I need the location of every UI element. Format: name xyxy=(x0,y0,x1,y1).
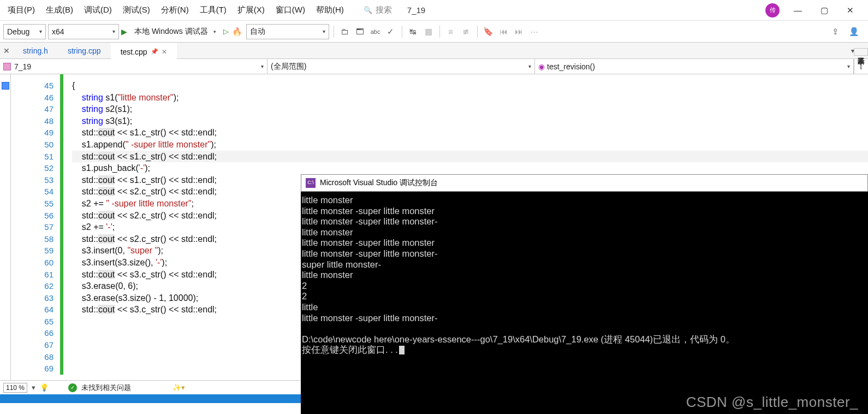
left-margin xyxy=(0,74,11,380)
next-bookmark-icon: ⏭ xyxy=(513,25,526,38)
toolbar-icon-2[interactable]: 🗔 xyxy=(354,25,367,38)
menu-window[interactable]: 窗口(W) xyxy=(270,3,311,17)
watermark: CSDN @s_little_monster_ xyxy=(686,394,858,411)
tab-string-cpp[interactable]: string.cpp xyxy=(58,43,111,58)
toolbar-icon-5[interactable]: ↹ xyxy=(407,25,420,38)
split-editor-icon[interactable]: ⫿ xyxy=(854,59,868,74)
cleanup-icon[interactable]: ✨▾ xyxy=(173,383,185,392)
share-icon[interactable]: ⇪ xyxy=(829,25,842,38)
avatar[interactable]: 传 xyxy=(765,3,780,17)
issues-text: 未找到相关问题 xyxy=(81,383,131,393)
line-numbers: 4546474849505152535455565758596061626364… xyxy=(11,74,60,380)
nav-project-dropdown[interactable]: 7_19 xyxy=(0,59,267,74)
platform-dropdown[interactable]: x64 xyxy=(48,24,119,39)
uncomment-icon: ≢ xyxy=(460,25,473,38)
toolbar-icon-3[interactable]: abc xyxy=(369,25,382,38)
toolbar-icon-4[interactable]: ✓ xyxy=(384,25,397,38)
console-title-bar[interactable]: C:\ Microsoft Visual Studio 调试控制台 xyxy=(301,174,868,192)
nav-scope-dropdown[interactable]: (全局范围) xyxy=(267,59,535,74)
play-icon: ▶ xyxy=(121,27,127,36)
toolbar-icon-1[interactable]: 🗀 xyxy=(338,25,352,38)
prev-bookmark-icon: ⏮ xyxy=(497,25,510,38)
tab-string-h[interactable]: string.h xyxy=(13,43,58,58)
menu-debug[interactable]: 调试(D) xyxy=(79,3,117,17)
start-debug-button[interactable]: 本地 Windows 调试器 xyxy=(129,24,221,39)
navigation-bar: 7_19 (全局范围) ◉test_revision() ⫿ xyxy=(0,59,868,74)
menu-help[interactable]: 帮助(H) xyxy=(311,3,349,17)
diagnostic-tools-tab[interactable]: 诊断工具 xyxy=(854,48,868,56)
solution-name: 7_19 xyxy=(407,5,425,15)
config-dropdown[interactable]: Debug xyxy=(3,24,46,39)
menu-project[interactable]: 项目(P) xyxy=(2,3,40,17)
menu-test[interactable]: 测试(S) xyxy=(117,3,156,17)
zoom-level[interactable]: 110 % xyxy=(3,383,27,393)
close-all-tabs[interactable]: ✕ xyxy=(0,43,13,58)
menu-analyze[interactable]: 分析(N) xyxy=(156,3,194,17)
ok-icon: ✓ xyxy=(68,383,77,392)
toolbar: Debug x64 ▶ 本地 Windows 调试器 ▷ 🔥 自动 🗀 🗔 ab… xyxy=(0,21,868,43)
comment-icon: ≡ xyxy=(444,25,457,38)
search-box[interactable]: 搜索 xyxy=(376,5,392,15)
minimize-button[interactable]: — xyxy=(789,4,806,16)
hot-reload-icon[interactable]: 🔥 xyxy=(231,25,244,38)
console-output[interactable]: little monster little monster -super lit… xyxy=(301,192,868,359)
maximize-button[interactable]: ▢ xyxy=(816,4,833,16)
close-button[interactable]: ✕ xyxy=(842,4,858,16)
toolbar-icon-end: ⋯ xyxy=(528,25,541,38)
console-app-icon: C:\ xyxy=(306,178,316,188)
play-outline-icon[interactable]: ▷ xyxy=(223,27,229,36)
bookmark-icon[interactable]: 🔖 xyxy=(482,25,495,38)
menu-extensions[interactable]: 扩展(X) xyxy=(232,3,270,17)
search-icon[interactable]: 🔍 xyxy=(364,6,372,14)
lightbulb-icon[interactable]: 💡 xyxy=(40,383,49,392)
document-tabs: ✕ string.h string.cpp test.cpp 📌 ✕ ▾ ⚙ xyxy=(0,43,868,59)
debug-console-window: C:\ Microsoft Visual Studio 调试控制台 little… xyxy=(301,174,868,414)
tab-test-cpp[interactable]: test.cpp 📌 ✕ xyxy=(111,43,177,59)
console-title-text: Microsoft Visual Studio 调试控制台 xyxy=(320,178,438,188)
menu-bar: 项目(P) 生成(B) 调试(D) 测试(S) 分析(N) 工具(T) 扩展(X… xyxy=(0,0,868,21)
live-share-icon[interactable]: 👤 xyxy=(847,25,860,38)
toolbar-icon-6: ▦ xyxy=(422,25,435,38)
tab-close-icon[interactable]: ✕ xyxy=(162,48,167,56)
pin-icon[interactable]: 📌 xyxy=(151,48,158,55)
nav-function-dropdown[interactable]: ◉test_revision() xyxy=(535,59,854,74)
menu-tools[interactable]: 工具(T) xyxy=(194,3,232,17)
margin-marker[interactable] xyxy=(2,82,9,90)
menu-build[interactable]: 生成(B) xyxy=(40,3,79,17)
auto-dropdown[interactable]: 自动 xyxy=(246,24,329,39)
